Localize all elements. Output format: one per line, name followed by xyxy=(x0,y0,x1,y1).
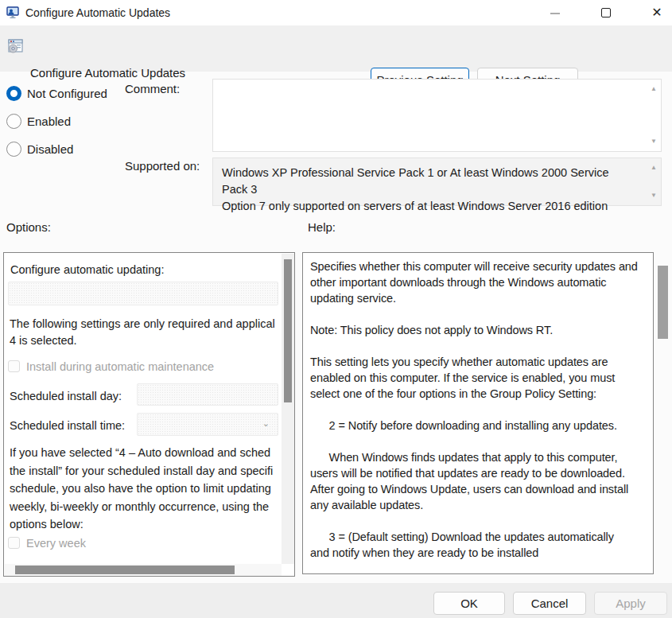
every-week-label[interactable]: Every week xyxy=(26,535,86,552)
supported-on-text: Windows XP Professional Service Pack 1 o… xyxy=(222,165,635,215)
help-label: Help: xyxy=(308,220,336,234)
configure-updating-select[interactable] xyxy=(8,282,278,305)
radio-disabled[interactable] xyxy=(6,142,21,157)
help-vertical-scrollbar-thumb[interactable] xyxy=(658,266,668,339)
scheduled-day-select[interactable] xyxy=(137,383,278,406)
scroll-down-icon[interactable]: ▼ xyxy=(651,192,657,199)
scroll-up-icon[interactable]: ▲ xyxy=(651,86,657,92)
close-icon[interactable]: ✕ xyxy=(644,0,670,25)
supported-on-label: Supported on: xyxy=(125,159,200,173)
comment-box: ▲ ▼ xyxy=(212,79,662,152)
scroll-up-icon[interactable]: ▲ xyxy=(651,165,657,171)
comment-textarea[interactable] xyxy=(214,80,643,150)
cancel-button[interactable]: Cancel xyxy=(513,592,586,615)
help-panel: Specifies whether this computer will rec… xyxy=(302,252,654,574)
policy-setting-icon xyxy=(8,39,23,54)
radio-not-configured[interactable] xyxy=(6,86,21,101)
scheduled-time-select[interactable]: ⌄ xyxy=(137,413,278,436)
scheduled-day-label: Scheduled install day: xyxy=(10,388,122,405)
apply-button[interactable]: Apply xyxy=(594,592,667,615)
window-title: Configure Automatic Updates xyxy=(25,0,170,25)
ok-button[interactable]: OK xyxy=(433,592,505,615)
supported-on-box: Windows XP Professional Service Pack 1 o… xyxy=(212,157,662,206)
install-maintenance-checkbox[interactable] xyxy=(8,360,20,372)
schedule-note: If you have selected “4 – Auto download … xyxy=(10,444,273,534)
configure-automatic-updates-dialog: Configure Automatic Updates ✕ Configure … xyxy=(0,0,672,618)
scheduled-time-label: Scheduled install time: xyxy=(10,418,125,434)
options-label: Options: xyxy=(6,220,51,234)
every-week-checkbox[interactable] xyxy=(8,537,20,549)
radio-enabled-label[interactable]: Enabled xyxy=(27,115,71,128)
radio-not-configured-label[interactable]: Not Configured xyxy=(27,87,107,100)
options-note: The following settings are only required… xyxy=(10,316,275,349)
group-policy-app-icon xyxy=(6,6,19,19)
radio-disabled-label[interactable]: Disabled xyxy=(27,142,73,156)
options-vertical-scrollbar-thumb[interactable] xyxy=(284,259,292,402)
minimize-icon[interactable] xyxy=(550,13,560,14)
configure-updating-label: Configure automatic updating: xyxy=(10,262,164,278)
radio-enabled[interactable] xyxy=(6,114,21,129)
help-text: Specifies whether this computer will rec… xyxy=(310,258,647,561)
chevron-down-icon: ⌄ xyxy=(262,418,270,429)
options-panel: Configure automatic updating: The follow… xyxy=(3,252,295,577)
header-band: Configure Automatic Updates Previous Set… xyxy=(0,25,672,72)
scroll-down-icon[interactable]: ▼ xyxy=(651,138,657,145)
title-bar: Configure Automatic Updates ✕ xyxy=(0,0,672,25)
comment-label: Comment: xyxy=(125,82,180,95)
maximize-icon[interactable] xyxy=(601,8,611,17)
install-maintenance-label[interactable]: Install during automatic maintenance xyxy=(26,359,214,375)
options-horizontal-scrollbar-thumb[interactable] xyxy=(15,566,235,574)
setting-title: Configure Automatic Updates xyxy=(30,66,185,80)
